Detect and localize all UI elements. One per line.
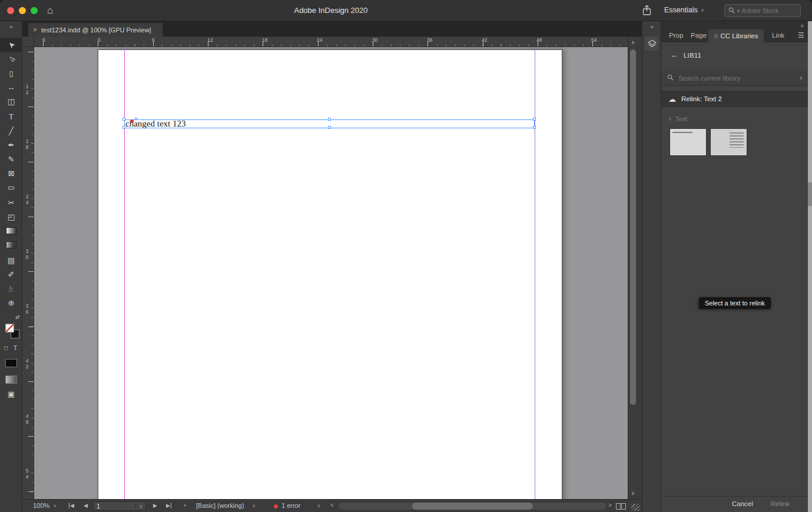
next-page-button[interactable]: ▶ xyxy=(153,503,157,508)
direct-selection-tool-icon: ▻ xyxy=(6,54,16,64)
panel-dock-strip: « xyxy=(642,21,661,512)
preflight-profile-select[interactable]: [Basic] (working)∨ xyxy=(196,502,256,509)
selection-tool[interactable]: ➤ xyxy=(0,38,22,52)
relink-button[interactable]: Relink xyxy=(771,500,790,507)
previous-page-button[interactable]: ◀ xyxy=(84,503,88,508)
tab-properties[interactable]: Prop xyxy=(669,32,683,39)
document-tab-label: test1234.indd @ 100% [GPU Preview] xyxy=(41,26,151,34)
rectangle-frame-tool-icon: ⊠ xyxy=(8,169,15,178)
hand-tool[interactable]: ☞ xyxy=(0,281,22,295)
frame-handle[interactable] xyxy=(328,118,331,121)
library-search-input[interactable] xyxy=(678,75,791,82)
content-collector-tool[interactable]: ◫ xyxy=(0,94,22,108)
page-number-field[interactable]: 1 ∨ xyxy=(93,501,146,511)
page-tool[interactable]: ▯ xyxy=(0,66,22,80)
line-tool-icon: ╱ xyxy=(9,127,14,135)
page[interactable] xyxy=(98,49,562,499)
text-section-header[interactable]: ∨Text xyxy=(668,115,687,122)
search-icon xyxy=(728,7,735,15)
zoom-tool[interactable]: ⊕ xyxy=(0,295,22,310)
share-icon[interactable] xyxy=(642,5,652,17)
frame-handle[interactable] xyxy=(122,118,125,121)
eyedropper-tool[interactable]: ✐ xyxy=(0,267,22,281)
scroll-down-icon[interactable]: ∨ xyxy=(628,490,638,496)
type-tool[interactable]: T xyxy=(0,109,22,124)
first-page-button[interactable]: ◀ xyxy=(69,503,74,508)
document-tab-bar: × test1234.indd @ 100% [GPU Preview] xyxy=(22,21,661,36)
document-tab[interactable]: × test1234.indd @ 100% [GPU Preview] xyxy=(28,23,163,36)
adobe-stock-search[interactable]: ∨ xyxy=(724,4,801,17)
vertical-scrollbar-thumb[interactable] xyxy=(630,49,636,405)
direct-selection-tool[interactable]: ▻ xyxy=(0,52,22,66)
panel-footer: Cancel Relink xyxy=(661,496,808,512)
library-text-asset[interactable] xyxy=(670,128,707,156)
ruler-tick-label: 12 xyxy=(24,84,30,95)
pen-tool[interactable]: ✒ xyxy=(0,138,22,152)
scroll-up-icon[interactable]: ∧ xyxy=(628,39,638,45)
expand-tools-icon[interactable]: » xyxy=(0,24,22,30)
note-tool[interactable]: ▤ xyxy=(0,253,22,267)
scissors-tool-icon: ✂ xyxy=(8,198,15,207)
close-tab-icon[interactable]: × xyxy=(33,26,37,34)
rectangle-tool[interactable]: ▭ xyxy=(0,180,22,194)
layers-panel-icon[interactable] xyxy=(645,36,659,51)
chevron-down-icon: ∨ xyxy=(668,117,672,122)
scroll-right-icon[interactable]: > xyxy=(608,502,612,508)
tab-links[interactable]: Link xyxy=(772,32,784,39)
page-number-value: 1 xyxy=(97,503,135,510)
asset-preview-line xyxy=(672,132,692,133)
ruler-tick-label: 54 xyxy=(24,468,30,480)
free-transform-tool[interactable]: ◰ xyxy=(0,210,22,224)
horizontal-scrollbar[interactable] xyxy=(339,503,606,510)
frame-handle[interactable] xyxy=(533,118,536,121)
vertical-scrollbar[interactable]: ∧ ∨ xyxy=(628,36,637,499)
tab-pages[interactable]: Page xyxy=(691,32,707,39)
pages-view-icon[interactable] xyxy=(616,503,626,510)
zoom-level-select[interactable]: 100%∨ xyxy=(33,502,57,509)
cancel-button[interactable]: Cancel xyxy=(732,500,753,507)
frame-handle[interactable] xyxy=(122,126,125,129)
back-icon[interactable]: ← xyxy=(671,50,679,59)
pencil-tool[interactable]: ✎ xyxy=(0,152,22,166)
ruler-origin-corner[interactable] xyxy=(22,36,34,47)
preflight-error-select[interactable]: 1 error∨ xyxy=(281,502,320,509)
workspace-switcher[interactable]: Essentials∨ xyxy=(664,6,704,14)
resize-grip[interactable] xyxy=(631,504,639,511)
formatting-affects-container-icon[interactable]: □ xyxy=(4,345,8,351)
panel-overflow-icon[interactable]: » xyxy=(800,22,804,29)
rectangle-frame-tool[interactable]: ⊠ xyxy=(0,166,22,180)
cc-libraries-icon: ◇ xyxy=(714,33,718,39)
apply-gradient-button[interactable] xyxy=(5,375,17,384)
vertical-ruler[interactable]: 12 18 24 30 36 42 48 54 xyxy=(22,47,34,499)
scissors-tool[interactable]: ✂ xyxy=(0,195,22,210)
gap-tool[interactable]: ↔ xyxy=(0,80,22,94)
document-canvas[interactable]: changed text 123 xyxy=(34,47,628,499)
ruler-tick-label: 42 xyxy=(24,358,30,370)
gap-tool-icon: ↔ xyxy=(8,83,15,92)
swap-fill-stroke-icon[interactable]: ⇄ xyxy=(15,314,20,320)
horizontal-ruler[interactable]: 6 0 6 12 18 24 30 36 42 48 54 xyxy=(34,36,628,47)
frame-text: changed text 123 xyxy=(125,119,185,128)
fill-swatch[interactable] xyxy=(5,324,14,333)
gradient-feather-tool[interactable] xyxy=(0,238,22,252)
collapsed-dock-edge[interactable] xyxy=(808,21,812,512)
tab-cc-libraries[interactable]: ◇ CC Libraries xyxy=(708,29,764,42)
gradient-swatch-tool[interactable] xyxy=(0,224,22,238)
line-tool[interactable]: ╱ xyxy=(0,124,22,138)
panel-menu-icon[interactable]: ☰ xyxy=(798,31,804,39)
library-search-field[interactable]: ∨ xyxy=(661,71,808,86)
frame-handle[interactable] xyxy=(328,126,331,129)
horizontal-scrollbar-thumb[interactable] xyxy=(412,503,533,510)
apply-color-button[interactable] xyxy=(5,359,17,367)
last-page-button[interactable]: ▶ xyxy=(166,503,171,508)
screen-mode-button[interactable]: ▣ xyxy=(0,390,22,398)
frame-handle[interactable] xyxy=(533,126,536,129)
formatting-affects-text-icon[interactable]: T xyxy=(14,345,17,351)
ruler-tick-label: 0 xyxy=(98,37,101,43)
panel-tab-bar: Prop Page ◇ CC Libraries Link ☰ xyxy=(661,29,808,42)
library-text-asset[interactable] xyxy=(710,128,747,156)
collapse-dock-icon[interactable]: « xyxy=(642,24,661,30)
scroll-left-icon[interactable]: < xyxy=(330,502,334,508)
chevron-down-icon[interactable]: ∨ xyxy=(799,75,803,81)
adobe-stock-search-input[interactable] xyxy=(742,7,797,14)
